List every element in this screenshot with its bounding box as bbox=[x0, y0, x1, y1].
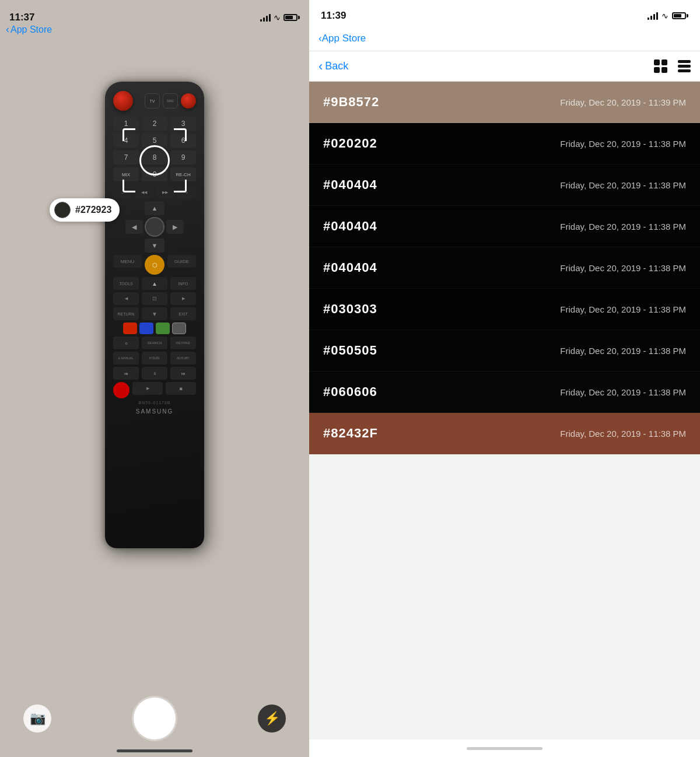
color-buttons bbox=[113, 323, 196, 334]
color-date: Friday, Dec 20, 2019 - 11:38 PM bbox=[560, 387, 686, 397]
color-hex: #040404 bbox=[323, 177, 377, 192]
home-indicator-right bbox=[309, 740, 700, 757]
color-list-item[interactable]: #040404Friday, Dec 20, 2019 - 11:38 PM bbox=[309, 164, 700, 206]
color-hex: #9B8572 bbox=[323, 94, 379, 110]
signal-icon bbox=[260, 13, 271, 22]
appstore-label-left: App Store bbox=[10, 24, 52, 35]
flash-button[interactable]: ⚡ bbox=[258, 705, 286, 733]
color-list-item[interactable]: #040404Friday, Dec 20, 2019 - 11:38 PM bbox=[309, 247, 700, 289]
color-date: Friday, Dec 20, 2019 - 11:38 PM bbox=[560, 139, 686, 149]
left-panel: 11:37 ∿ ‹ App Store bbox=[0, 0, 309, 757]
reticle-corner-br bbox=[174, 180, 187, 192]
detected-color-hex: #272923 bbox=[75, 205, 111, 215]
detected-color-swatch bbox=[54, 202, 71, 218]
wifi-icon: ∿ bbox=[274, 13, 281, 22]
color-hex: #040404 bbox=[323, 260, 377, 275]
color-history-list: #9B8572Friday, Dec 20, 2019 - 11:39 PM#0… bbox=[309, 82, 700, 740]
color-hex: #020202 bbox=[323, 136, 377, 151]
signal-icon-right bbox=[648, 12, 658, 20]
home-bar bbox=[467, 747, 542, 750]
color-list-item[interactable]: #050505Friday, Dec 20, 2019 - 11:38 PM bbox=[309, 330, 700, 372]
back-button[interactable]: ‹ Back bbox=[318, 59, 348, 74]
model-number: BN59-01178B bbox=[113, 401, 196, 405]
color-list-item[interactable]: #82432FFriday, Dec 20, 2019 - 11:38 PM bbox=[309, 413, 700, 454]
power-button bbox=[113, 91, 133, 111]
back-label: Back bbox=[325, 60, 348, 72]
right-panel: 11:39 ∿ ‹ App Store ‹ bbox=[309, 0, 700, 757]
focus-reticle bbox=[123, 128, 187, 192]
time-right: 11:39 bbox=[321, 10, 346, 22]
reticle-corner-tr bbox=[174, 128, 187, 141]
home-indicator-left bbox=[117, 749, 192, 752]
list-view-icon[interactable] bbox=[678, 59, 691, 73]
direction-pad: ▲ ◀ ▶ ▼ bbox=[113, 201, 196, 253]
color-list-item[interactable]: #020202Friday, Dec 20, 2019 - 11:38 PM bbox=[309, 123, 700, 164]
chevron-left-icon: ‹ bbox=[6, 23, 9, 36]
shutter-button[interactable] bbox=[134, 698, 176, 740]
color-list-item[interactable]: #040404Friday, Dec 20, 2019 - 11:38 PM bbox=[309, 206, 700, 247]
color-bubble: #272923 bbox=[50, 198, 120, 222]
color-hex: #82432F bbox=[323, 426, 378, 441]
color-hex: #030303 bbox=[323, 302, 377, 317]
appstore-label-right: App Store bbox=[322, 33, 366, 44]
time-left: 11:37 bbox=[9, 12, 34, 23]
grid-view-icon[interactable] bbox=[654, 59, 667, 73]
color-hex: #060606 bbox=[323, 384, 377, 399]
camera-icon-button[interactable]: 📷 bbox=[23, 705, 51, 733]
appstore-back-right[interactable]: ‹ App Store bbox=[309, 26, 700, 51]
status-bar-right: 11:39 ∿ bbox=[309, 0, 700, 26]
color-date: Friday, Dec 20, 2019 - 11:38 PM bbox=[560, 263, 686, 273]
battery-icon bbox=[284, 14, 300, 21]
reticle-corner-tl bbox=[123, 128, 135, 141]
color-date: Friday, Dec 20, 2019 - 11:39 PM bbox=[560, 97, 686, 107]
color-list-item[interactable]: #9B8572Friday, Dec 20, 2019 - 11:39 PM bbox=[309, 82, 700, 123]
appstore-back-link[interactable]: ‹ App Store bbox=[318, 33, 366, 44]
color-list-item[interactable]: #060606Friday, Dec 20, 2019 - 11:38 PM bbox=[309, 372, 700, 413]
camera-bar: 📷 ⚡ bbox=[0, 698, 309, 740]
appstore-back-left[interactable]: ‹ App Store bbox=[6, 23, 52, 36]
nav-bar: ‹ Back bbox=[309, 51, 700, 82]
reticle-corner-bl bbox=[123, 180, 135, 192]
color-hex: #050505 bbox=[323, 343, 377, 358]
back-chevron-icon: ‹ bbox=[318, 59, 323, 74]
color-date: Friday, Dec 20, 2019 - 11:38 PM bbox=[560, 180, 686, 190]
nav-icons bbox=[654, 59, 691, 73]
color-date: Friday, Dec 20, 2019 - 11:38 PM bbox=[560, 222, 686, 232]
color-list-item[interactable]: #030303Friday, Dec 20, 2019 - 11:38 PM bbox=[309, 289, 700, 330]
color-hex: #040404 bbox=[323, 219, 377, 234]
battery-icon-right bbox=[672, 12, 688, 19]
reticle-circle bbox=[139, 145, 170, 176]
color-date: Friday, Dec 20, 2019 - 11:38 PM bbox=[560, 304, 686, 314]
wifi-icon-right: ∿ bbox=[662, 11, 668, 20]
samsung-logo: SAMSUNG bbox=[113, 408, 196, 415]
color-date: Friday, Dec 20, 2019 - 11:38 PM bbox=[560, 429, 686, 439]
status-icons-left: ∿ bbox=[260, 13, 300, 22]
color-date: Friday, Dec 20, 2019 - 11:38 PM bbox=[560, 346, 686, 356]
status-icons-right: ∿ bbox=[648, 11, 688, 20]
